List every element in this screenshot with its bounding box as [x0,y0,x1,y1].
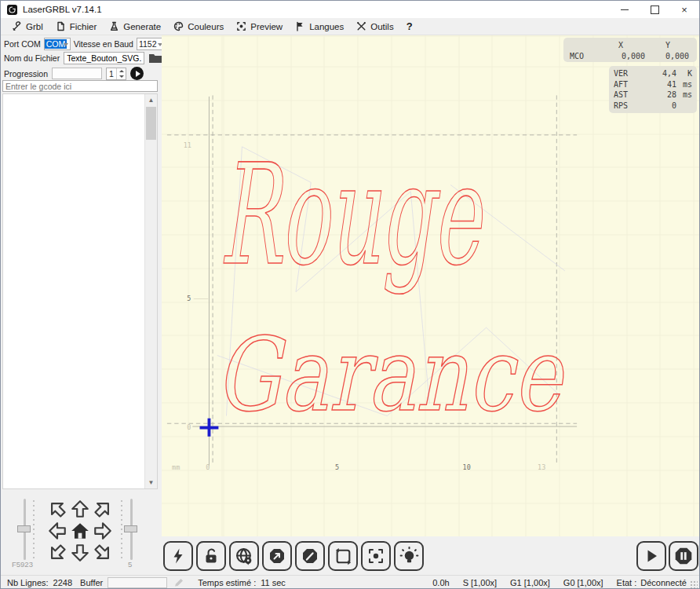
scroll-down-icon[interactable]: ▼ [145,477,157,488]
baud-label: Vitesse en Baud [74,39,133,49]
menu-preview[interactable]: Preview [230,18,289,35]
unlock-button[interactable] [196,541,226,571]
baud-value: 1152 [137,39,159,49]
preview-canvas[interactable]: Rouge Garance 11 5 0 mm 0 5 10 13 X [162,35,700,536]
lines-value: 2248 [53,578,72,587]
menu-fichier[interactable]: Fichier [49,18,104,35]
menu-couleurs[interactable]: Couleurs [167,18,230,35]
laser-pointer-button[interactable] [295,541,325,571]
position-panel: X Y MCO 0,000 0,000 [563,38,697,62]
start-button[interactable] [636,541,666,571]
frame-arrows-icon [334,547,353,566]
pause-button[interactable] [669,541,698,571]
preview-icon [236,21,246,31]
menu-help[interactable]: ? [400,18,419,35]
menu-grbl[interactable]: Grbl [5,18,49,35]
trace-frame-button[interactable] [328,541,358,571]
octagon-arrow-icon [268,547,286,565]
gcode-input[interactable] [2,80,158,92]
jog-step-slider-ticks [121,500,122,558]
port-combobox[interactable]: COM [44,38,71,50]
flag-icon [295,21,305,31]
maximize-icon [651,5,659,14]
arrow-up-icon [70,499,90,519]
stat-value: 28 [637,90,676,99]
frame-power-button[interactable] [163,541,193,571]
pos-col-x: X [600,41,650,49]
g0-override[interactable]: G0 [1,00x] [563,578,603,587]
blink-laser-button[interactable] [394,541,424,571]
close-button[interactable]: × [669,1,699,18]
jog-step-slider-handle[interactable] [124,525,137,532]
play-icon [136,71,140,77]
lines-label: Nb Lignes: [7,578,49,587]
progress-label: Progression [4,69,48,79]
menu-generate[interactable]: Generate [103,18,167,35]
minimize-button[interactable] [610,1,640,18]
go-to-position-button[interactable] [262,541,292,571]
arrow-up-right-icon [93,499,113,519]
pos-col-y: Y [650,41,694,49]
pos-x-value: 0,000 [600,52,650,60]
palette-icon [173,21,184,31]
jog-speed-slider-handle[interactable] [17,525,31,532]
arrow-down-left-icon [47,543,67,563]
jog-up-right-button[interactable] [92,498,114,520]
pos-y-value: 0,000 [650,52,694,60]
passes-spinner[interactable]: 1 [106,68,126,80]
stat-value: 0 [637,101,676,110]
scrollbar-thumb[interactable] [146,107,156,140]
stat-value: 41 [637,80,676,89]
app-logo-icon [7,5,17,15]
set-zero-button[interactable] [229,541,259,571]
scroll-up-icon[interactable]: ▲ [145,94,157,106]
time-value: 11 sec [261,578,286,587]
flask-icon [109,21,119,31]
resize-grip[interactable] [690,580,698,588]
open-padlock-icon [202,547,221,565]
jog-speed-slider-ticks [33,500,35,558]
spinner-down-icon[interactable] [119,75,124,78]
state-value: Déconnecté [640,578,687,587]
stat-label: AFT [614,80,637,89]
jog-step-label: 5 [128,560,132,569]
y-tick-0: 0 [187,423,191,431]
menu-outils[interactable]: Outils [350,18,399,35]
x-tick-10: 10 [463,463,471,471]
jog-right-button[interactable] [92,520,114,542]
baud-combobox[interactable]: 1152 [137,38,165,50]
jog-up-button[interactable] [69,498,91,520]
focus-button[interactable] [361,541,391,571]
open-folder-icon[interactable] [148,53,162,64]
globe-pin-icon [235,547,254,566]
wrench-icon [12,21,22,31]
jog-down-button[interactable] [69,542,91,564]
run-program-button[interactable] [130,67,144,80]
maximize-button[interactable] [640,1,669,18]
engrave-word-1: Rouge [219,134,483,296]
g1-override[interactable]: G1 [1,00x] [510,578,550,587]
jog-home-button[interactable] [69,520,91,542]
log-scrollbar[interactable]: ▲ ▼ [144,94,157,488]
stat-label: RPS [614,101,637,110]
axis-unit-label: mm [172,463,180,471]
s-override[interactable]: S [1,00x] [463,578,497,587]
menu-langues[interactable]: Langues [289,18,350,35]
arrow-right-icon [93,521,113,541]
state-label: Etat : [617,578,637,587]
port-label: Port COM [4,39,41,49]
menu-bar: Grbl Fichier Generate Couleurs Preview L… [1,18,699,35]
arrow-down-right-icon [93,543,113,563]
time-label: Temps estimé : [198,578,256,587]
lasergrbl-window: LaserGRBL v7.14.1 × Grbl Fichier Generat… [0,0,700,589]
jog-down-left-button[interactable] [46,542,68,564]
stat-unit: ms [676,90,692,99]
filename-input[interactable] [64,52,144,64]
spinner-up-icon[interactable] [119,70,124,72]
y-tick-5: 5 [187,294,191,302]
jog-down-right-button[interactable] [92,542,114,564]
gcode-log-list[interactable]: ▲ ▼ [2,93,158,489]
edit-pen-icon [173,578,184,587]
jog-left-button[interactable] [46,520,68,542]
jog-up-left-button[interactable] [46,498,68,520]
